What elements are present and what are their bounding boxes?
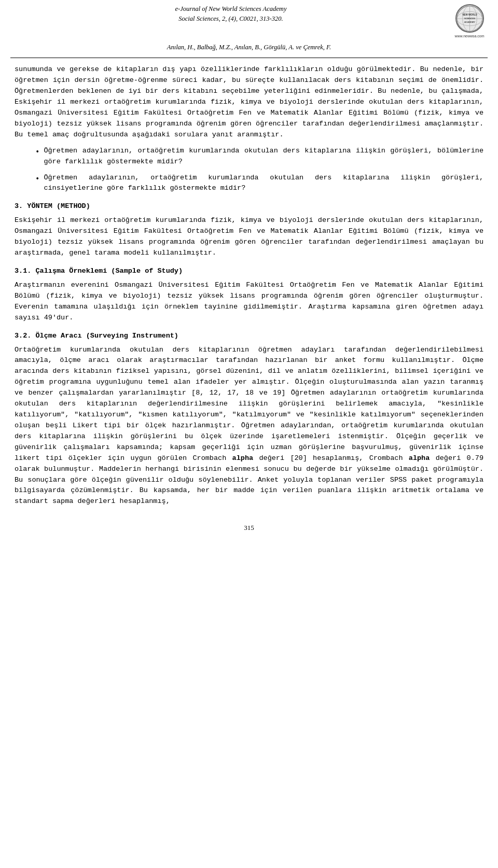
journal-logo: NEW WORLD SCIENCES ACADEMY www.newwsa.co… bbox=[451, 4, 488, 39]
research-questions: • Öğretmen adaylarının, ortaöğretim kuru… bbox=[35, 146, 483, 194]
svg-text:ACADEMY: ACADEMY bbox=[464, 20, 475, 23]
bullet-dot-1: • bbox=[35, 147, 39, 158]
intro-paragraph: sunumunda ve gerekse de kitapların dış y… bbox=[15, 64, 483, 140]
section3-heading: 3. YÖNTEM (METHOD) bbox=[15, 201, 483, 212]
section31-heading: 3.1. Çalışma Örneklemi (Sample of Study) bbox=[15, 266, 483, 277]
logo-image: NEW WORLD SCIENCES ACADEMY bbox=[455, 4, 484, 33]
section32-heading: 3.2. Ölçme Aracı (Surveying Instrument) bbox=[15, 331, 483, 342]
page-wrapper: e-Journal of New World Sciences Academy … bbox=[0, 0, 498, 868]
svg-text:NEW WORLD: NEW WORLD bbox=[462, 13, 477, 16]
section31-para: Araştırmanın everenini Osmangazi Ünivers… bbox=[15, 280, 483, 324]
bullet-dot-2: • bbox=[35, 174, 39, 185]
authors-line: Anılan, H., Balbağ, M.Z., Anılan, B., Gö… bbox=[0, 43, 498, 55]
page-number: 315 bbox=[0, 517, 498, 537]
bullet-item-2: • Öğretmen adaylarının, ortaöğretim kuru… bbox=[35, 173, 483, 194]
bullet-item-1: • Öğretmen adaylarının, ortaöğretim kuru… bbox=[35, 146, 483, 167]
bullet-text-2: Öğretmen adaylarının, ortaöğretim kuruml… bbox=[44, 173, 483, 194]
svg-text:SCIENCES: SCIENCES bbox=[464, 17, 475, 19]
header-divider bbox=[10, 58, 488, 58]
header: e-Journal of New World Sciences Academy … bbox=[0, 0, 498, 43]
main-content: sunumunda ve gerekse de kitapların dış y… bbox=[0, 60, 498, 517]
section32-para: Ortaöğretim kurumlarında okutulan ders k… bbox=[15, 345, 483, 508]
journal-title: e-Journal of New World Sciences Academy … bbox=[10, 4, 451, 24]
bullet-text-1: Öğretmen adaylarının, ortaöğretim kuruml… bbox=[44, 146, 483, 167]
logo-url: www.newwsa.com bbox=[454, 34, 484, 39]
section3-para: Eskişehir il merkezi ortaöğretim kurumla… bbox=[15, 215, 483, 259]
